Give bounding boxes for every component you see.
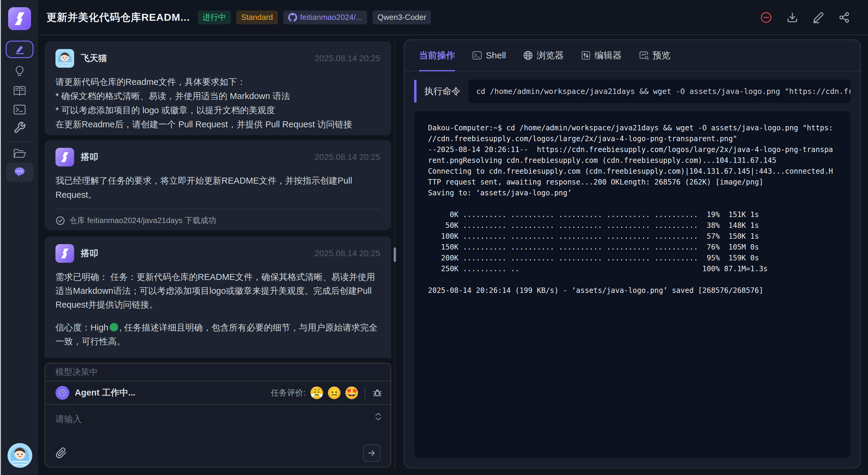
resize-chevrons[interactable] xyxy=(374,412,382,421)
workspace-tabs: 当前操作 Shell 浏览器 编辑器 xyxy=(404,40,860,71)
agent-working-label: Agent 工作中... xyxy=(75,387,135,399)
plan-badge: Standard xyxy=(236,10,278,24)
github-icon xyxy=(288,13,297,22)
chat-message-agent: 搭叩 2025.08.14 20:25 需求已明确： 任务：更新代码仓库的REA… xyxy=(44,236,391,358)
badges: 进行中 Standard feitianmao2024/... Qwen3-Co… xyxy=(198,10,431,24)
tab-label: 预览 xyxy=(652,49,671,62)
stop-task-button[interactable] xyxy=(760,11,772,24)
command-row: 执行命令 cd /home/admin/workspace/java21days… xyxy=(414,79,850,103)
timestamp: 2025.08.14 20:25 xyxy=(315,54,380,63)
send-button[interactable] xyxy=(363,444,380,462)
timestamp: 2025.08.14 20:25 xyxy=(315,152,380,162)
message-input[interactable]: 请输入 xyxy=(45,405,391,439)
preview-chart-icon xyxy=(639,50,649,61)
pencil-edit-icon xyxy=(13,43,26,56)
tab-label: 浏览器 xyxy=(537,49,564,62)
terminal-text: Dakou-Computer:~$ cd /home/admin/workspa… xyxy=(428,123,837,296)
wrench-icon xyxy=(13,121,26,134)
command-label: 执行命令 xyxy=(424,85,461,98)
message-divider xyxy=(56,209,380,209)
message-line: 在更新Readme后，请创建一个 Pull Request，并提供 Pull R… xyxy=(56,117,380,132)
message-line: * 确保文档的格式清晰、易读，并使用适当的 Markdown 语法 xyxy=(56,89,380,103)
sidebar-divider xyxy=(7,141,32,142)
message-text: 我已经理解了任务的要求，将立即开始更新README文件，并按指示创建Pull R… xyxy=(56,174,380,202)
rating-label: 任务评价: xyxy=(271,387,306,398)
topbar-actions xyxy=(760,11,850,24)
sidebar-item-chat[interactable] xyxy=(6,163,33,182)
tab-label: Shell xyxy=(486,50,506,61)
chat-bubble-icon xyxy=(13,166,26,178)
repo-badge[interactable]: feitianmao2024/... xyxy=(283,10,367,24)
command-accent-bar xyxy=(414,80,416,103)
sliders-icon xyxy=(581,50,591,61)
bug-report-icon[interactable] xyxy=(372,387,383,398)
chat-scrollbar-thumb[interactable] xyxy=(394,247,396,262)
check-circle-icon xyxy=(56,216,65,226)
app-logo[interactable] xyxy=(8,7,31,30)
tab-label: 当前操作 xyxy=(419,49,455,62)
clock-icon xyxy=(58,388,67,397)
command-text: cd /home/admin/workspace/java21days && w… xyxy=(468,79,850,103)
download-button[interactable] xyxy=(786,12,798,23)
author-name: 搭叩 xyxy=(81,247,98,260)
message-paragraph: 信心度：High🟢, 任务描述详细且明确，包含所有必要的细节，与用户原始请求完全… xyxy=(56,320,380,348)
repo-download-status: 仓库 feitianmao2024/java21days 下载成功 xyxy=(69,215,216,226)
topbar: 更新并美化代码仓库READM... 进行中 Standard feitianma… xyxy=(38,0,868,35)
sidebar-item-files[interactable] xyxy=(6,146,33,161)
send-arrow-icon xyxy=(367,448,376,457)
message-paragraph: 正在为你处理... xyxy=(56,357,380,358)
input-placeholder: 请输入 xyxy=(56,413,380,425)
task-title: 更新并美化代码仓库READM... xyxy=(46,10,190,24)
terminal-icon xyxy=(13,104,26,115)
composer-panel: 模型决策中 Agent 工作中... 任务评价: 😤 😐 🤩 请输入 xyxy=(44,363,391,468)
sidebar xyxy=(1,0,38,475)
edit-title-button[interactable] xyxy=(812,12,824,23)
open-book-icon xyxy=(13,85,27,97)
tab-browser[interactable]: 浏览器 xyxy=(523,40,564,71)
chevron-down-icon xyxy=(374,417,382,421)
sidebar-item-ideas[interactable] xyxy=(6,64,33,78)
download-icon xyxy=(786,12,798,23)
message-paragraph: 需求已明确： 任务：更新代码仓库的README文件，确保其格式清晰、易读并使用适… xyxy=(56,270,380,311)
agent-working-indicator xyxy=(56,386,69,400)
sidebar-item-tools[interactable] xyxy=(6,121,33,135)
status-badge: 进行中 xyxy=(198,10,231,24)
message-line: * 可以考虑添加项目的 logo 或徽章，以提升文档的美观度 xyxy=(56,103,380,117)
folder-open-icon xyxy=(13,147,27,160)
chat-message-agent: 搭叩 2025.08.14 20:25 我已经理解了任务的要求，将立即开始更新R… xyxy=(44,140,391,230)
chevron-up-icon xyxy=(374,412,382,416)
message-line: 请更新代码仓库的Readme文件，具体要求如下： xyxy=(56,75,380,89)
share-button[interactable] xyxy=(838,12,850,23)
lightbulb-icon xyxy=(13,64,26,78)
stop-circle-icon xyxy=(760,11,772,24)
terminal-output: Dakou-Computer:~$ cd /home/admin/workspa… xyxy=(414,111,850,458)
attach-paperclip-icon[interactable] xyxy=(56,447,67,459)
tab-label: 编辑器 xyxy=(595,49,622,62)
model-badge: Qwen3-Coder xyxy=(373,10,431,24)
author-name: 搭叩 xyxy=(81,151,98,163)
agent-avatar xyxy=(56,148,74,166)
workspace-panel: 当前操作 Shell 浏览器 编辑器 xyxy=(404,39,861,468)
avatar xyxy=(56,49,74,68)
repo-badge-label: feitianmao2024/... xyxy=(300,13,363,22)
chat-message-list[interactable]: 飞天猫 2025.08.14 20:25 请更新代码仓库的Readme文件，具体… xyxy=(44,39,391,358)
rating-angry-face[interactable]: 😤 xyxy=(310,386,323,399)
tab-editor[interactable]: 编辑器 xyxy=(581,40,622,71)
sidebar-item-knowledge[interactable] xyxy=(6,84,33,98)
logo-bolt-icon xyxy=(12,11,27,27)
rating-divider xyxy=(365,386,365,399)
tab-current-action[interactable]: 当前操作 xyxy=(419,40,455,71)
screen-left-edge xyxy=(0,0,1,475)
author-name: 飞天猫 xyxy=(81,53,107,64)
green-circle-icon: 🟢 xyxy=(110,323,118,331)
rating-star-struck-face[interactable]: 🤩 xyxy=(345,386,358,399)
timestamp: 2025.08.14 20:25 xyxy=(315,249,380,258)
user-profile-avatar[interactable] xyxy=(7,443,32,468)
model-status: 模型决策中 xyxy=(45,363,391,381)
tab-preview[interactable]: 预览 xyxy=(639,40,671,71)
rating-neutral-face[interactable]: 😐 xyxy=(328,386,341,399)
sidebar-item-terminal[interactable] xyxy=(6,102,33,117)
chat-message-user: 飞天猫 2025.08.14 20:25 请更新代码仓库的Readme文件，具体… xyxy=(44,41,391,135)
tab-shell[interactable]: Shell xyxy=(472,40,506,71)
sidebar-item-tasks[interactable] xyxy=(6,41,33,58)
